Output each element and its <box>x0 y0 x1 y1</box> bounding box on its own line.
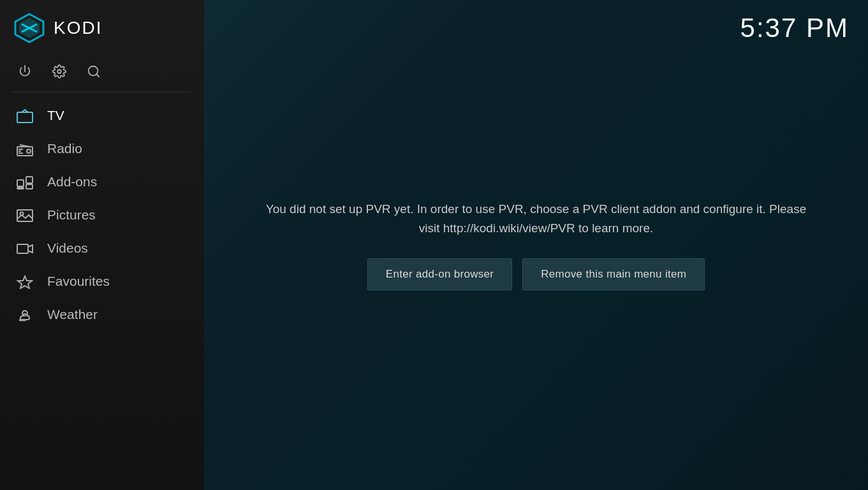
svg-rect-18 <box>17 180 24 186</box>
clock-display: 5:37 PM <box>740 13 849 43</box>
sidebar-item-pictures-label: Pictures <box>47 207 96 223</box>
sidebar-item-tv[interactable]: TV <box>0 99 204 132</box>
sidebar-item-videos[interactable]: Videos <box>0 232 204 265</box>
sidebar-item-videos-label: Videos <box>47 241 88 256</box>
svg-rect-19 <box>26 177 33 183</box>
app-logo-area: KODI <box>0 0 204 56</box>
enter-addon-browser-button[interactable]: Enter add-on browser <box>367 258 512 290</box>
main-content: 5:37 PM You did not set up PVR yet. In o… <box>204 0 868 490</box>
weather-icon <box>15 307 34 322</box>
sidebar-item-pictures[interactable]: Pictures <box>0 198 204 232</box>
svg-rect-21 <box>17 188 24 189</box>
sidebar-nav: TV Radio <box>0 99 204 331</box>
dialog-buttons: Enter add-on browser Remove this main me… <box>367 258 705 290</box>
favourites-icon <box>15 274 34 289</box>
pictures-icon <box>15 207 34 223</box>
sidebar-item-radio[interactable]: Radio <box>0 132 204 165</box>
sidebar-item-weather[interactable]: Weather <box>0 298 204 331</box>
svg-marker-25 <box>18 276 32 288</box>
svg-rect-9 <box>17 112 33 122</box>
sidebar-item-favourites[interactable]: Favourites <box>0 265 204 298</box>
settings-button[interactable] <box>52 63 66 79</box>
pvr-message: You did not set up PVR yet. In order to … <box>262 200 811 239</box>
sidebar-item-favourites-label: Favourites <box>47 274 110 289</box>
tv-icon <box>15 108 34 123</box>
videos-icon <box>15 241 34 256</box>
svg-line-8 <box>96 74 99 77</box>
remove-menu-item-button[interactable]: Remove this main menu item <box>522 258 705 290</box>
pvr-dialog: You did not set up PVR yet. In order to … <box>204 0 868 490</box>
sidebar-controls <box>0 56 204 92</box>
svg-rect-24 <box>17 244 28 253</box>
sidebar-divider <box>13 92 191 93</box>
sidebar-item-addons-label: Add-ons <box>47 174 97 189</box>
svg-point-13 <box>27 149 31 153</box>
svg-rect-20 <box>26 184 33 189</box>
sidebar-item-addons[interactable]: Add-ons <box>0 165 204 198</box>
radio-icon <box>15 141 34 156</box>
sidebar-item-tv-label: TV <box>47 108 64 123</box>
power-button[interactable] <box>18 63 32 79</box>
search-button[interactable] <box>87 63 101 79</box>
app-title: KODI <box>54 18 102 38</box>
sidebar-item-radio-label: Radio <box>47 141 82 156</box>
svg-point-6 <box>57 70 61 73</box>
addons-icon <box>15 174 34 189</box>
sidebar-item-weather-label: Weather <box>47 307 98 322</box>
sidebar: KODI <box>0 0 204 490</box>
kodi-logo-icon <box>13 11 46 45</box>
